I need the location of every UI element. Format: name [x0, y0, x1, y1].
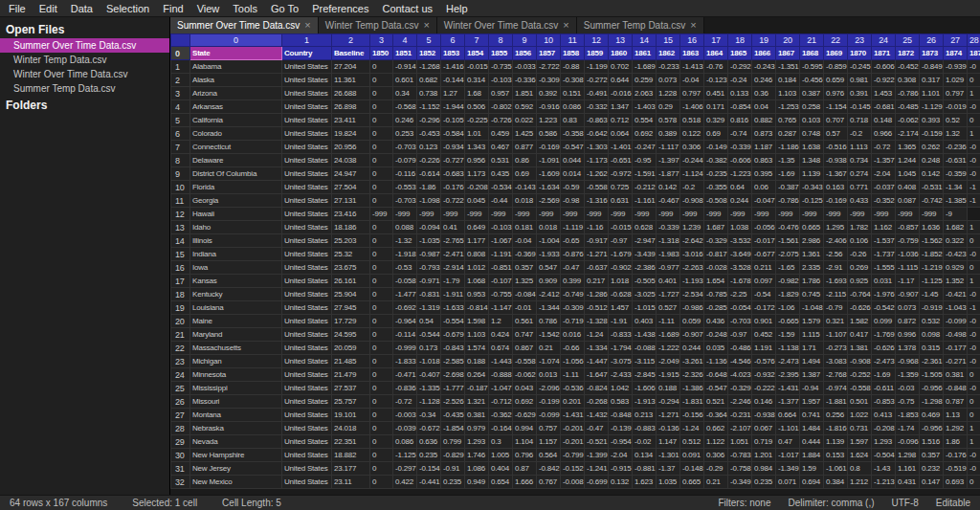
- cell[interactable]: -1.06: [776, 301, 800, 315]
- cell[interactable]: 0.956: [465, 154, 489, 167]
- cell[interactable]: -0: [968, 315, 980, 328]
- cell[interactable]: -0.2: [680, 181, 704, 194]
- cell[interactable]: 0.929: [944, 261, 968, 275]
- cell[interactable]: 22.351: [332, 435, 370, 449]
- cell[interactable]: -1.11: [657, 315, 680, 328]
- cell[interactable]: United States: [282, 275, 332, 288]
- cell[interactable]: 0.52: [944, 114, 968, 127]
- cell[interactable]: 0: [370, 100, 393, 114]
- cell[interactable]: -0.703: [393, 194, 417, 208]
- cell[interactable]: -0: [968, 248, 980, 261]
- cell[interactable]: -2.914: [441, 261, 465, 275]
- cell[interactable]: United States: [282, 127, 332, 141]
- cell[interactable]: -0: [968, 288, 980, 301]
- cell[interactable]: -0.553: [393, 181, 417, 194]
- cell[interactable]: -2.433: [609, 368, 633, 382]
- cell[interactable]: 0.682: [417, 74, 441, 87]
- cell[interactable]: -1.833: [393, 355, 417, 368]
- menu-item-contact-us[interactable]: Contact us: [375, 2, 439, 15]
- cell[interactable]: -0.907: [680, 328, 704, 342]
- row-number-7[interactable]: 7: [171, 141, 190, 154]
- cell[interactable]: United States: [282, 221, 332, 234]
- column-number-28[interactable]: 28: [968, 34, 980, 47]
- cell[interactable]: -0: [968, 462, 980, 476]
- status-item-filters[interactable]: Filters: none: [718, 498, 770, 508]
- tab-summer-over-time-data-csv[interactable]: Summer Over Time Data.csv×: [170, 17, 319, 33]
- cell[interactable]: United States: [282, 141, 332, 154]
- cell[interactable]: -0.968: [896, 355, 920, 368]
- cell[interactable]: 1.293: [465, 435, 489, 449]
- cell[interactable]: 1.654: [704, 275, 728, 288]
- cell[interactable]: 0.211: [752, 261, 776, 275]
- cell[interactable]: 0.393: [920, 114, 944, 127]
- cell[interactable]: United States: [282, 261, 332, 275]
- cell[interactable]: 0.217: [585, 275, 609, 288]
- cell[interactable]: -0.268: [585, 395, 609, 409]
- cell[interactable]: -0.349: [728, 476, 752, 489]
- cell[interactable]: 1.638: [800, 141, 824, 154]
- cell[interactable]: -1.186: [776, 141, 800, 154]
- cell[interactable]: -0.722: [441, 194, 465, 208]
- cell[interactable]: 0.665: [800, 221, 824, 234]
- cell[interactable]: 0.659: [824, 74, 848, 87]
- cell[interactable]: Minnesota: [190, 368, 282, 382]
- cell[interactable]: -1.769: [872, 328, 896, 342]
- cell[interactable]: -0.105: [441, 114, 465, 127]
- cell[interactable]: 0.181: [513, 221, 537, 234]
- cell[interactable]: -0.987: [417, 248, 441, 261]
- cell[interactable]: 1.103: [465, 328, 489, 342]
- cell[interactable]: -0.999: [393, 342, 417, 355]
- cell[interactable]: -2.768: [824, 368, 848, 382]
- cell[interactable]: -0.786: [896, 87, 920, 100]
- cell[interactable]: 1.321: [465, 395, 489, 409]
- cell[interactable]: Massachusetts: [190, 342, 282, 355]
- header-cell[interactable]: 1875: [968, 47, 980, 60]
- cell[interactable]: 0: [370, 288, 393, 301]
- cell[interactable]: -0.642: [585, 127, 609, 141]
- cell[interactable]: United States: [282, 382, 332, 395]
- cell[interactable]: -2.107: [728, 422, 752, 435]
- cell[interactable]: Mississippi: [190, 382, 282, 395]
- cell[interactable]: -3.528: [728, 261, 752, 275]
- cell[interactable]: 1.325: [513, 275, 537, 288]
- cell[interactable]: -1.561: [776, 234, 800, 248]
- row-number-12[interactable]: 12: [171, 208, 190, 221]
- cell[interactable]: United States: [282, 395, 332, 409]
- cell[interactable]: 1.005: [489, 449, 513, 462]
- cell[interactable]: 0.317: [920, 74, 944, 87]
- cell[interactable]: -1.193: [680, 275, 704, 288]
- cell[interactable]: -0.308: [561, 74, 585, 87]
- row-number-28[interactable]: 28: [171, 422, 190, 435]
- cell[interactable]: -0.719: [561, 315, 585, 328]
- cell[interactable]: -0.079: [393, 154, 417, 167]
- cell[interactable]: -0.681: [872, 100, 896, 114]
- cell[interactable]: -0.863: [585, 114, 609, 127]
- cell[interactable]: -0.703: [728, 315, 752, 328]
- cell[interactable]: 1.103: [776, 87, 800, 100]
- row-number-11[interactable]: 11: [171, 194, 190, 208]
- cell[interactable]: 0: [370, 449, 393, 462]
- cell[interactable]: 0.246: [393, 114, 417, 127]
- cell[interactable]: -0.156: [680, 409, 704, 422]
- header-cell[interactable]: 1871: [872, 47, 896, 60]
- cell[interactable]: 0: [370, 422, 393, 435]
- cell[interactable]: -1.219: [920, 261, 944, 275]
- cell[interactable]: 27.131: [332, 194, 370, 208]
- cell[interactable]: -1.69: [872, 368, 896, 382]
- cell[interactable]: 1.574: [465, 342, 489, 355]
- cell[interactable]: -1.591: [633, 167, 657, 181]
- cell[interactable]: -0.037: [872, 181, 896, 194]
- cell[interactable]: 0.097: [752, 275, 776, 288]
- cell[interactable]: 0.796: [513, 449, 537, 462]
- cell[interactable]: United States: [282, 208, 332, 221]
- menu-item-view[interactable]: View: [190, 2, 227, 15]
- cell[interactable]: -0.441: [417, 476, 441, 489]
- cell[interactable]: -1.406: [680, 100, 704, 114]
- column-number-6[interactable]: 6: [441, 34, 465, 47]
- cell[interactable]: 0.381: [944, 368, 968, 382]
- cell[interactable]: -2.386: [633, 261, 657, 275]
- cell[interactable]: -1: [968, 181, 980, 194]
- cell[interactable]: Georgia: [190, 194, 282, 208]
- cell[interactable]: -0.883: [633, 422, 657, 435]
- cell[interactable]: 17.729: [332, 315, 370, 328]
